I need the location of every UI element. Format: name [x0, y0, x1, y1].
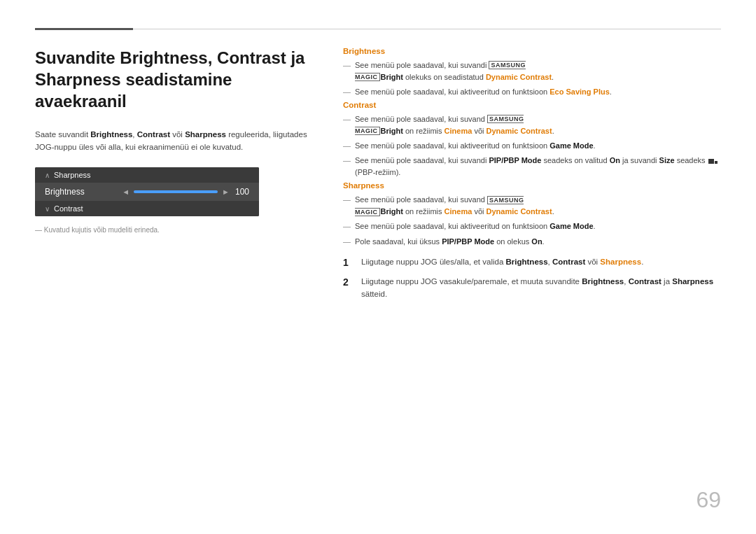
section-sharpness-heading: Sharpness: [343, 181, 721, 190]
page-container: Suvandite Brightness, Contrast ja Sharpn…: [0, 0, 756, 534]
osd-contrast-header: ∨ Contrast: [35, 201, 259, 216]
brightness-bullet-2: — See menüü pole saadaval, kui aktiveeri…: [343, 86, 721, 98]
top-line-light: [133, 29, 721, 29]
on-bold: On: [610, 156, 620, 164]
step-1-number: 1: [343, 256, 354, 269]
sharpness-bullet-2: — See menüü pole saadaval, kui aktiveeri…: [343, 220, 721, 232]
step2-sharpness: Sharpness: [672, 277, 713, 286]
brightness-slider-area[interactable]: ◄ ►: [122, 188, 230, 196]
top-decorative-lines: [35, 28, 721, 30]
brightness-value: 100: [230, 187, 249, 197]
numbered-steps: 1 Liigutage nuppu JOG üles/alla, et vali…: [343, 256, 721, 301]
section-contrast: Contrast — See menüü pole saadaval, kui …: [343, 101, 721, 178]
pip-box-small: [715, 161, 718, 164]
section-brightness: Brightness — See menüü pole saadaval, ku…: [343, 47, 721, 98]
slider-right-arrow: ►: [222, 188, 230, 196]
section-brightness-heading: Brightness: [343, 47, 721, 55]
size-bold: Size: [659, 156, 675, 164]
bullet-dash: —: [343, 155, 351, 167]
brightness-bullet-1-text: See menüü pole saadaval, kui suvandi SAM…: [355, 59, 721, 83]
game-mode-bold: Game Mode: [550, 141, 593, 150]
sharpness-bullet-1-text: See menüü pole saadaval, kui suvand SAMS…: [355, 194, 721, 218]
step-1-text: Liigutage nuppu JOG üles/alla, et valida…: [361, 256, 643, 269]
pip-pbp-mode-bold: PIP/PBP Mode: [489, 156, 541, 164]
step-1: 1 Liigutage nuppu JOG üles/alla, et vali…: [343, 256, 721, 269]
footnote-text: Kuvatud kujutis võib mudeliti erineda.: [35, 226, 315, 234]
sharpness-bullet-3: — Pole saadaval, kui üksus PIP/PBP Mode …: [343, 236, 721, 248]
osd-menu: ∧ Sharpness Brightness ◄ ► 100 ∨: [35, 167, 259, 216]
osd-brightness-label: Brightness: [45, 187, 122, 197]
section-sharpness: Sharpness — See menüü pole saadaval, kui…: [343, 181, 721, 247]
bullet-dash: —: [343, 86, 351, 98]
sharpness-bullet-1: — See menüü pole saadaval, kui suvand SA…: [343, 194, 721, 218]
arrow-up-icon: ∧: [45, 171, 50, 179]
step1-sharpness: Sharpness: [600, 258, 641, 266]
bullet-dash: —: [343, 113, 351, 125]
intro-term-sharpness: Sharpness: [185, 130, 226, 139]
step1-brightness: Brightness: [506, 258, 548, 266]
brightness-bullet-1: — See menüü pole saadaval, kui suvandi S…: [343, 59, 721, 83]
contrast-bullet-3: — See menüü pole saadaval, kui suvandi P…: [343, 155, 721, 178]
left-column: Suvandite Brightness, Contrast ja Sharpn…: [35, 47, 315, 307]
pip-pbp-mode-bold2: PIP/PBP Mode: [442, 237, 494, 246]
osd-brightness-item[interactable]: Brightness ◄ ► 100: [35, 183, 259, 201]
bullet-dash: —: [343, 59, 351, 71]
slider-left-arrow: ◄: [122, 188, 130, 196]
arrow-down-icon: ∨: [45, 205, 50, 213]
sharpness-bullet-3-text: Pole saadaval, kui üksus PIP/PBP Mode on…: [355, 236, 721, 248]
step-2: 2 Liigutage nuppu JOG vasakule/paremale,…: [343, 276, 721, 301]
pip-icon: [708, 159, 718, 164]
bright-bold: Bright: [381, 73, 403, 81]
sharpness-bullet-2-text: See menüü pole saadaval, kui aktiveeritu…: [355, 220, 721, 232]
pip-box-main: [708, 159, 714, 164]
intro-text: Saate suvandit Brightness, Contrast või …: [35, 128, 315, 154]
bullet-dash: —: [343, 220, 351, 232]
intro-term-brightness: Brightness: [90, 130, 132, 139]
osd-sharpness-header: ∧ Sharpness: [35, 167, 259, 183]
step1-contrast: Contrast: [552, 258, 585, 266]
section-contrast-heading: Contrast: [343, 101, 721, 109]
bullet-dash: —: [343, 140, 351, 152]
bullet-dash: —: [343, 236, 351, 248]
dynamic-contrast-link2: Dynamic Contrast: [486, 127, 552, 135]
cinema-link2: Cinema: [444, 207, 472, 216]
osd-contrast-label: Contrast: [54, 204, 249, 213]
step-2-number: 2: [343, 276, 354, 288]
bright-bold: Bright: [381, 207, 403, 216]
contrast-bullet-2: — See menüü pole saadaval, kui aktiveeri…: [343, 140, 721, 152]
bright-bold: Bright: [381, 127, 403, 135]
step-2-text: Liigutage nuppu JOG vasakule/paremale, e…: [361, 276, 721, 301]
eco-saving-link: Eco Saving Plus: [550, 87, 610, 96]
dynamic-contrast-link3: Dynamic Contrast: [486, 207, 552, 216]
intro-term-contrast: Contrast: [137, 130, 170, 139]
content-layout: Suvandite Brightness, Contrast ja Sharpn…: [35, 47, 721, 307]
step2-brightness: Brightness: [582, 277, 624, 286]
cinema-link: Cinema: [444, 127, 472, 135]
top-line-dark: [35, 28, 133, 30]
on-bold2: On: [531, 237, 542, 246]
step2-contrast: Contrast: [629, 277, 662, 286]
game-mode-bold2: Game Mode: [550, 222, 593, 230]
contrast-bullet-2-text: See menüü pole saadaval, kui aktiveeritu…: [355, 140, 721, 152]
brightness-bullet-2-text: See menüü pole saadaval, kui aktiveeritu…: [355, 86, 721, 98]
brightness-slider-bar[interactable]: [134, 190, 218, 193]
right-column: Brightness — See menüü pole saadaval, ku…: [343, 47, 721, 307]
brightness-slider-fill: [134, 190, 218, 193]
contrast-bullet-1: — See menüü pole saadaval, kui suvand SA…: [343, 113, 721, 137]
bullet-dash: —: [343, 194, 351, 206]
contrast-bullet-3-text: See menüü pole saadaval, kui suvandi PIP…: [355, 155, 721, 178]
contrast-bullet-1-text: See menüü pole saadaval, kui suvand SAMS…: [355, 113, 721, 137]
dynamic-contrast-link: Dynamic Contrast: [486, 73, 552, 81]
osd-sharpness-label: Sharpness: [54, 171, 249, 179]
page-title: Suvandite Brightness, Contrast ja Sharpn…: [35, 47, 315, 113]
page-number: 69: [696, 487, 721, 513]
